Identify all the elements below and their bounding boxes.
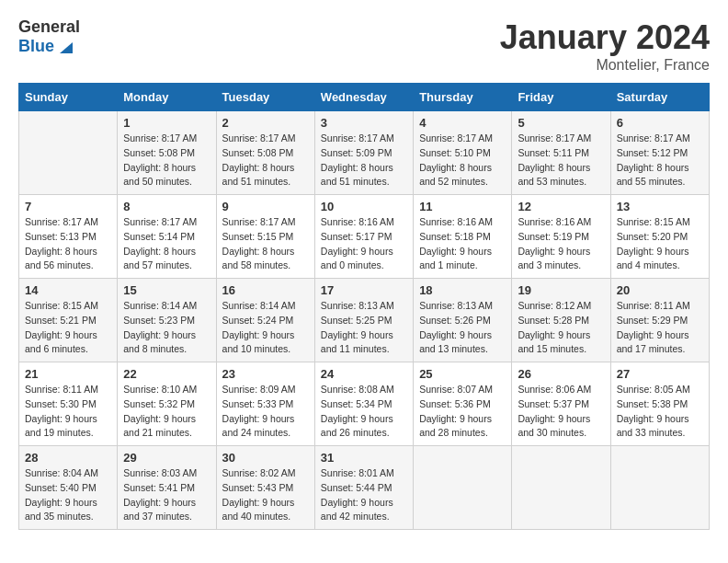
sunrise-text: Sunrise: 8:10 AM (123, 384, 197, 395)
calendar-day-cell: 10 Sunrise: 8:16 AM Sunset: 5:17 PM Dayl… (314, 195, 413, 279)
day-of-week-header: Friday (512, 84, 610, 111)
day-number: 10 (321, 200, 407, 213)
sunset-text: Sunset: 5:15 PM (222, 231, 294, 242)
day-number: 6 (617, 116, 703, 130)
day-detail: Sunrise: 8:17 AM Sunset: 5:09 PM Dayligh… (321, 132, 407, 190)
sunset-text: Sunset: 5:19 PM (518, 231, 589, 242)
calendar-day-cell: 18 Sunrise: 8:13 AM Sunset: 5:26 PM Dayl… (414, 279, 512, 362)
daylight-text: Daylight: 9 hours and 8 minutes. (123, 329, 196, 355)
calendar-day-cell: 30 Sunrise: 8:02 AM Sunset: 5:43 PM Dayl… (216, 446, 314, 530)
calendar-day-cell: 8 Sunrise: 8:17 AM Sunset: 5:14 PM Dayli… (118, 195, 216, 279)
sunrise-text: Sunrise: 8:15 AM (25, 300, 98, 311)
day-detail: Sunrise: 8:03 AM Sunset: 5:41 PM Dayligh… (123, 466, 210, 524)
calendar-day-cell: 13 Sunrise: 8:15 AM Sunset: 5:20 PM Dayl… (610, 195, 709, 279)
sunset-text: Sunset: 5:29 PM (617, 315, 688, 326)
day-number: 22 (123, 367, 210, 381)
calendar-day-cell: 16 Sunrise: 8:14 AM Sunset: 5:24 PM Dayl… (216, 279, 314, 362)
sunrise-text: Sunrise: 8:01 AM (321, 467, 394, 478)
sunset-text: Sunset: 5:21 PM (25, 315, 97, 326)
calendar-day-cell: 20 Sunrise: 8:11 AM Sunset: 5:29 PM Dayl… (610, 279, 709, 362)
sunset-text: Sunset: 5:26 PM (419, 315, 491, 326)
day-detail: Sunrise: 8:16 AM Sunset: 5:17 PM Dayligh… (321, 215, 407, 273)
day-detail: Sunrise: 8:17 AM Sunset: 5:15 PM Dayligh… (222, 215, 309, 273)
day-detail: Sunrise: 8:17 AM Sunset: 5:11 PM Dayligh… (518, 132, 604, 190)
calendar-week-row: 28 Sunrise: 8:04 AM Sunset: 5:40 PM Dayl… (19, 446, 710, 530)
sunrise-text: Sunrise: 8:07 AM (419, 384, 493, 395)
calendar-day-cell: 12 Sunrise: 8:16 AM Sunset: 5:19 PM Dayl… (512, 195, 610, 279)
day-detail: Sunrise: 8:15 AM Sunset: 5:20 PM Dayligh… (617, 215, 703, 273)
day-detail: Sunrise: 8:12 AM Sunset: 5:28 PM Dayligh… (518, 299, 604, 357)
calendar-day-cell: 28 Sunrise: 8:04 AM Sunset: 5:40 PM Dayl… (19, 446, 118, 530)
sunrise-text: Sunrise: 8:12 AM (518, 300, 591, 311)
day-number: 16 (222, 283, 309, 297)
calendar-header-row: SundayMondayTuesdayWednesdayThursdayFrid… (19, 84, 710, 111)
svg-marker-0 (60, 42, 73, 53)
calendar-day-cell: 3 Sunrise: 8:17 AM Sunset: 5:09 PM Dayli… (314, 111, 413, 195)
sunrise-text: Sunrise: 8:17 AM (123, 132, 197, 144)
calendar-day-cell: 11 Sunrise: 8:16 AM Sunset: 5:18 PM Dayl… (414, 195, 512, 279)
daylight-text: Daylight: 9 hours and 26 minutes. (321, 413, 393, 439)
calendar-week-row: 21 Sunrise: 8:11 AM Sunset: 5:30 PM Dayl… (19, 362, 710, 446)
day-detail: Sunrise: 8:14 AM Sunset: 5:23 PM Dayligh… (123, 299, 210, 357)
day-number: 3 (321, 116, 407, 130)
day-detail: Sunrise: 8:11 AM Sunset: 5:30 PM Dayligh… (25, 383, 111, 441)
day-number: 25 (419, 367, 506, 381)
daylight-text: Daylight: 9 hours and 10 minutes. (222, 329, 295, 355)
day-number: 23 (222, 367, 309, 381)
day-number: 24 (321, 367, 407, 381)
day-detail: Sunrise: 8:17 AM Sunset: 5:12 PM Dayligh… (617, 132, 703, 190)
daylight-text: Daylight: 9 hours and 0 minutes. (321, 246, 393, 271)
calendar-week-row: 7 Sunrise: 8:17 AM Sunset: 5:13 PM Dayli… (19, 195, 710, 279)
day-number: 11 (419, 200, 506, 213)
header: General Blue January 2024 Montelier, Fra… (18, 18, 710, 74)
day-number: 9 (222, 200, 309, 213)
month-title: January 2024 (500, 18, 710, 57)
day-number: 21 (25, 367, 111, 381)
sunset-text: Sunset: 5:40 PM (25, 482, 97, 493)
day-of-week-header: Thursday (414, 84, 512, 111)
daylight-text: Daylight: 9 hours and 33 minutes. (617, 413, 689, 439)
sunrise-text: Sunrise: 8:09 AM (222, 384, 296, 395)
daylight-text: Daylight: 9 hours and 21 minutes. (123, 413, 196, 439)
day-detail: Sunrise: 8:14 AM Sunset: 5:24 PM Dayligh… (222, 299, 309, 357)
calendar-day-cell: 5 Sunrise: 8:17 AM Sunset: 5:11 PM Dayli… (512, 111, 610, 195)
daylight-text: Daylight: 8 hours and 51 minutes. (321, 162, 393, 188)
sunset-text: Sunset: 5:28 PM (518, 315, 589, 326)
sunrise-text: Sunrise: 8:17 AM (123, 216, 197, 227)
sunrise-text: Sunrise: 8:17 AM (222, 132, 296, 144)
daylight-text: Daylight: 9 hours and 28 minutes. (419, 413, 492, 439)
sunset-text: Sunset: 5:12 PM (617, 147, 688, 158)
calendar-table: SundayMondayTuesdayWednesdayThursdayFrid… (18, 83, 710, 530)
day-number: 2 (222, 116, 309, 130)
day-detail: Sunrise: 8:15 AM Sunset: 5:21 PM Dayligh… (25, 299, 111, 357)
calendar-day-cell: 31 Sunrise: 8:01 AM Sunset: 5:44 PM Dayl… (314, 446, 413, 530)
sunset-text: Sunset: 5:32 PM (123, 398, 195, 409)
daylight-text: Daylight: 9 hours and 6 minutes. (25, 329, 97, 355)
calendar-day-cell: 21 Sunrise: 8:11 AM Sunset: 5:30 PM Dayl… (19, 362, 118, 446)
sunrise-text: Sunrise: 8:17 AM (25, 216, 98, 227)
day-detail: Sunrise: 8:17 AM Sunset: 5:08 PM Dayligh… (222, 132, 309, 190)
sunset-text: Sunset: 5:44 PM (321, 482, 392, 493)
sunrise-text: Sunrise: 8:11 AM (617, 300, 690, 311)
day-number: 5 (518, 116, 604, 130)
daylight-text: Daylight: 9 hours and 30 minutes. (518, 413, 590, 439)
sunrise-text: Sunrise: 8:17 AM (518, 132, 591, 144)
day-number: 19 (518, 283, 604, 297)
calendar-week-row: 1 Sunrise: 8:17 AM Sunset: 5:08 PM Dayli… (19, 111, 710, 195)
sunrise-text: Sunrise: 8:05 AM (617, 384, 690, 395)
calendar-week-row: 14 Sunrise: 8:15 AM Sunset: 5:21 PM Dayl… (19, 279, 710, 362)
calendar-day-cell: 22 Sunrise: 8:10 AM Sunset: 5:32 PM Dayl… (118, 362, 216, 446)
sunrise-text: Sunrise: 8:16 AM (419, 216, 493, 227)
day-detail: Sunrise: 8:17 AM Sunset: 5:08 PM Dayligh… (123, 132, 210, 190)
calendar-day-cell: 7 Sunrise: 8:17 AM Sunset: 5:13 PM Dayli… (19, 195, 118, 279)
day-detail: Sunrise: 8:04 AM Sunset: 5:40 PM Dayligh… (25, 466, 111, 524)
sunset-text: Sunset: 5:20 PM (617, 231, 688, 242)
day-detail: Sunrise: 8:17 AM Sunset: 5:14 PM Dayligh… (123, 215, 210, 273)
sunset-text: Sunset: 5:11 PM (518, 147, 589, 158)
day-number: 12 (518, 200, 604, 213)
sunrise-text: Sunrise: 8:14 AM (123, 300, 197, 311)
daylight-text: Daylight: 9 hours and 42 minutes. (321, 497, 393, 523)
day-number: 27 (617, 367, 703, 381)
sunset-text: Sunset: 5:25 PM (321, 315, 392, 326)
day-detail: Sunrise: 8:05 AM Sunset: 5:38 PM Dayligh… (617, 383, 703, 441)
